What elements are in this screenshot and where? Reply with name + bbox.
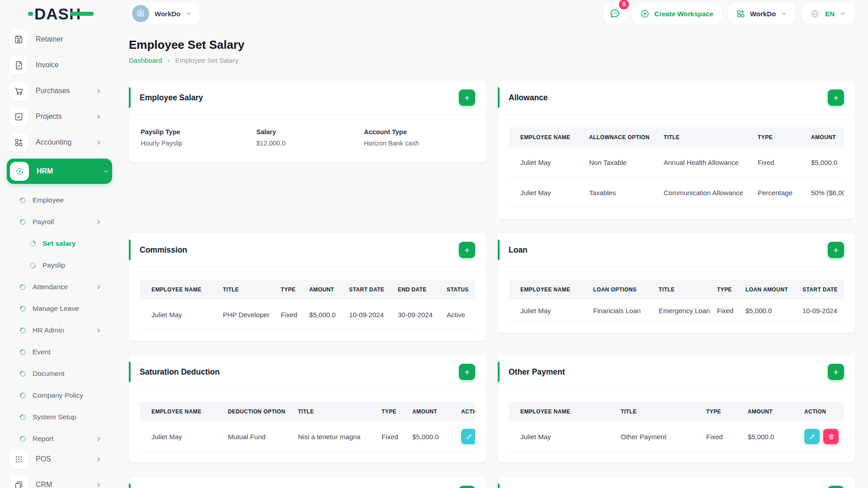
sidebar-item-label: CRM <box>36 481 95 488</box>
table-cell: Fixed <box>706 422 748 452</box>
column-header-loan-options: LOAN OPTIONS <box>593 280 659 300</box>
sidebar-item-payroll[interactable]: Payroll <box>20 211 105 233</box>
workspace-avatar <box>132 5 149 22</box>
company-contribution-card: Company Contribution + <box>498 477 855 488</box>
sidebar: RetainerInvoicePurchasesProjectsAccounti… <box>0 27 122 488</box>
sidebar-item-manage-leave[interactable]: Manage Leave <box>20 298 105 319</box>
column-header-title: TITLE <box>664 127 758 147</box>
column-header-action: ACTION <box>804 402 844 422</box>
plus-icon: + <box>833 245 839 255</box>
column-header-employee-name: EMPLOYEE NAME <box>509 402 621 422</box>
table-cell: Juliet May <box>140 422 228 452</box>
add-other-payment-button[interactable]: + <box>828 364 844 380</box>
table-row: Juliet MayFinancials LoanEmergency LoanF… <box>509 300 844 322</box>
sidebar-item-hrm[interactable]: HRM <box>7 159 112 184</box>
bullet-icon <box>19 283 27 291</box>
table-header-row: EMPLOYEE NAMEALLOWNACE OPTIONTITLETYPEAM… <box>509 127 844 147</box>
field-value: $12,000.0 <box>256 140 364 147</box>
sidebar-item-label: Event <box>33 348 105 356</box>
pos-icon <box>9 450 28 469</box>
logo-accent-dot <box>28 12 33 16</box>
sidebar-item-attendance[interactable]: Attendance <box>20 276 105 298</box>
bullet-icon <box>19 348 27 356</box>
sidebar-item-label: Company Policy <box>33 391 105 399</box>
sidebar-item-label: HR Admin <box>33 326 95 334</box>
sidebar-item-label: Projects <box>36 113 95 121</box>
plus-icon: + <box>833 93 839 103</box>
chevron-right-icon <box>95 284 102 291</box>
messages-button[interactable]: 0 <box>604 3 626 24</box>
sidebar-item-invoice[interactable]: Invoice <box>9 56 105 75</box>
add-saturation-deduction-button[interactable]: + <box>459 364 475 380</box>
sidebar-item-accounting[interactable]: Accounting <box>9 133 105 152</box>
sidebar-item-company-policy[interactable]: Company Policy <box>20 385 105 406</box>
breadcrumb-separator-icon: › <box>167 56 170 64</box>
table-cell: Fixed <box>382 422 412 452</box>
create-workspace-button[interactable]: Create Workspace <box>632 3 722 24</box>
row-actions <box>461 422 475 452</box>
app-logo[interactable]: DASH <box>28 6 96 22</box>
delete-button[interactable] <box>823 429 839 444</box>
table-cell: Financials Loan <box>593 300 659 322</box>
sidebar-item-employee[interactable]: Employee <box>20 189 105 211</box>
sidebar-item-system-setup[interactable]: System Setup <box>20 406 105 428</box>
sidebar-item-purchases[interactable]: Purchases <box>9 81 105 100</box>
sidebar-item-retainer[interactable]: Retainer <box>9 30 105 49</box>
sidebar-item-pos[interactable]: POS <box>9 450 105 469</box>
column-header-end-date: END DATE <box>398 280 447 300</box>
sidebar-item-label: HRM <box>37 167 103 175</box>
table-row: Juliet MayMutual FundNisi a tenetur magn… <box>140 422 475 452</box>
sidebar-item-set-salary[interactable]: Set salary <box>30 233 105 254</box>
table-row: Juliet MayNon TaxableAnnual Health Allow… <box>509 147 844 178</box>
chevron-down-icon <box>780 10 788 17</box>
table-cell: Juliet May <box>509 300 593 322</box>
sidebar-item-label: Employee <box>33 196 105 204</box>
column-header-loan-amount: LOAN AMOUNT <box>745 280 802 300</box>
workspace-name: WorkDo <box>155 10 180 18</box>
sidebar-item-event[interactable]: Event <box>20 341 105 363</box>
building-icon <box>136 8 146 19</box>
bullet-icon <box>19 326 27 334</box>
sidebar-item-hr-admin[interactable]: HR Admin <box>20 319 105 341</box>
add-overtime-button[interactable]: + <box>459 486 475 488</box>
crm-icon <box>9 475 28 488</box>
bullet-icon <box>19 370 27 378</box>
bullet-icon <box>28 261 37 269</box>
add-loan-button[interactable]: + <box>828 242 844 258</box>
cards-grid: Employee Salary + Payslip TypeHourly Pay… <box>129 81 868 488</box>
messages-badge: 0 <box>619 0 629 9</box>
globe-icon <box>810 9 820 19</box>
breadcrumb-dashboard-link[interactable]: Dashboard <box>129 56 162 64</box>
column-header-amount: AMOUNT <box>811 127 844 147</box>
add-employee-salary-button[interactable]: + <box>459 89 475 106</box>
sidebar-item-projects[interactable]: Projects <box>9 107 105 126</box>
sidebar-item-report[interactable]: Report <box>20 428 105 450</box>
employee-salary-card: Employee Salary + Payslip TypeHourly Pay… <box>129 81 486 162</box>
sidebar-item-payslip[interactable]: Payslip <box>30 254 105 276</box>
add-company-contribution-button[interactable]: + <box>828 486 844 488</box>
column-header-type: TYPE <box>758 127 811 147</box>
topbar: DASH WorkDo 0 Create Workspace WorkDo EN <box>0 0 868 27</box>
table-cell: Percentage <box>758 178 811 208</box>
language-selector[interactable]: EN <box>802 3 854 24</box>
add-allowance-button[interactable]: + <box>828 89 844 106</box>
apps-menu-button[interactable]: WorkDo <box>728 3 796 24</box>
table-cell: Fixed <box>717 300 745 322</box>
table-header-row: EMPLOYEE NAMETITLETYPEAMOUNTACTION <box>509 402 844 422</box>
field-value: Hourly Payslip <box>141 140 256 147</box>
workspace-switcher[interactable]: WorkDo <box>129 3 199 24</box>
edit-button[interactable] <box>804 429 820 444</box>
table-header-row: EMPLOYEE NAMEDEDUCTION OPTIONTITLETYPEAM… <box>140 402 475 422</box>
main-content: Employee Set Salary Dashboard › Employee… <box>129 27 868 488</box>
column-header-amount: AMOUNT <box>748 402 804 422</box>
bullet-icon <box>19 196 27 204</box>
grid-plus-icon <box>736 9 745 19</box>
table-header-row: EMPLOYEE NAMETITLETYPEAMOUNTSTART DATEEN… <box>140 280 475 300</box>
table-cell: Juliet May <box>509 422 621 452</box>
edit-button[interactable] <box>461 429 475 444</box>
table-cell: Juliet May <box>140 300 223 330</box>
add-commission-button[interactable]: + <box>459 242 475 258</box>
sidebar-item-crm[interactable]: CRM <box>9 475 105 488</box>
table-cell: Mutual Fund <box>228 422 298 452</box>
sidebar-item-document[interactable]: Document <box>20 363 105 385</box>
